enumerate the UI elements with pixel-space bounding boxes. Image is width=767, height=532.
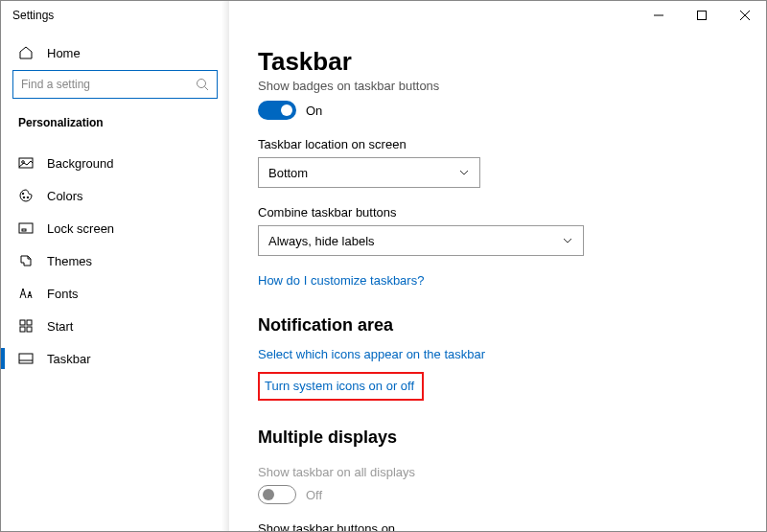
titlebar: Settings (1, 1, 766, 30)
notification-heading: Notification area (258, 315, 737, 335)
svg-point-9 (23, 197, 25, 198)
sidebar-item-fonts[interactable]: Fonts (1, 277, 229, 310)
sidebar-item-label: Colors (47, 189, 83, 203)
show-all-displays-toggle[interactable] (258, 485, 296, 504)
sidebar-item-label: Themes (47, 254, 92, 268)
svg-point-4 (198, 80, 206, 88)
sidebar: Home Personalization Background Colors (1, 30, 229, 531)
location-select[interactable]: Bottom (258, 157, 480, 188)
sidebar-item-label: Fonts (47, 287, 79, 301)
page-title: Taskbar (258, 47, 737, 77)
taskbar-icon (18, 351, 34, 366)
sidebar-item-taskbar[interactable]: Taskbar (1, 342, 229, 375)
svg-rect-1 (697, 12, 706, 20)
chevron-down-icon (562, 235, 573, 246)
lockscreen-icon (18, 220, 34, 236)
close-button[interactable] (723, 1, 766, 30)
select-icons-link[interactable]: Select which icons appear on the taskbar (258, 347, 485, 361)
sidebar-item-label: Lock screen (47, 221, 114, 236)
svg-point-8 (22, 193, 24, 195)
sidebar-item-label: Start (47, 319, 73, 334)
sidebar-item-background[interactable]: Background (1, 147, 229, 179)
svg-rect-16 (27, 327, 32, 332)
sidebar-item-label: Taskbar (47, 352, 91, 366)
palette-icon (18, 188, 34, 203)
system-icons-link[interactable]: Turn system icons on or off (265, 379, 414, 393)
main-panel: Taskbar Show badges on taskbar buttons O… (229, 30, 766, 531)
location-value: Bottom (268, 166, 308, 180)
search-input[interactable] (21, 78, 196, 91)
home-nav[interactable]: Home (1, 39, 229, 70)
svg-rect-14 (27, 320, 32, 325)
badges-label: Show badges on taskbar buttons (258, 79, 737, 93)
multiple-displays-heading: Multiple displays (258, 428, 737, 448)
show-all-displays-label: Show taskbar on all displays (258, 465, 737, 479)
customize-link[interactable]: How do I customize taskbars? (258, 273, 424, 288)
svg-rect-17 (19, 354, 33, 363)
search-box[interactable] (12, 70, 218, 99)
combine-value: Always, hide labels (268, 234, 375, 248)
badges-toggle[interactable] (258, 101, 296, 120)
combine-label: Combine taskbar buttons (258, 205, 737, 220)
svg-rect-13 (20, 320, 25, 325)
fonts-icon (18, 286, 34, 301)
home-label: Home (47, 46, 81, 60)
svg-rect-12 (22, 229, 26, 231)
svg-line-5 (205, 87, 209, 91)
combine-select[interactable]: Always, hide labels (258, 225, 584, 256)
sidebar-item-lockscreen[interactable]: Lock screen (1, 212, 229, 244)
themes-icon (18, 253, 34, 268)
highlight-annotation: Turn system icons on or off (258, 372, 424, 401)
sidebar-item-themes[interactable]: Themes (1, 244, 229, 277)
sidebar-item-start[interactable]: Start (1, 310, 229, 342)
minimize-button[interactable] (637, 1, 680, 30)
home-icon (18, 45, 34, 60)
sidebar-section-title: Personalization (1, 116, 229, 137)
window-title: Settings (12, 9, 54, 22)
sidebar-item-colors[interactable]: Colors (1, 179, 229, 212)
show-buttons-label: Show taskbar buttons on (258, 521, 737, 531)
svg-point-10 (27, 197, 29, 198)
picture-icon (18, 155, 34, 171)
search-icon (196, 78, 209, 91)
location-label: Taskbar location on screen (258, 137, 737, 151)
start-icon (18, 318, 34, 334)
svg-rect-6 (19, 158, 33, 168)
maximize-button[interactable] (680, 1, 723, 30)
show-all-displays-state: Off (306, 488, 322, 502)
badges-toggle-state: On (306, 104, 322, 118)
chevron-down-icon (458, 167, 470, 178)
sidebar-item-label: Background (47, 156, 113, 171)
svg-rect-15 (20, 327, 25, 332)
